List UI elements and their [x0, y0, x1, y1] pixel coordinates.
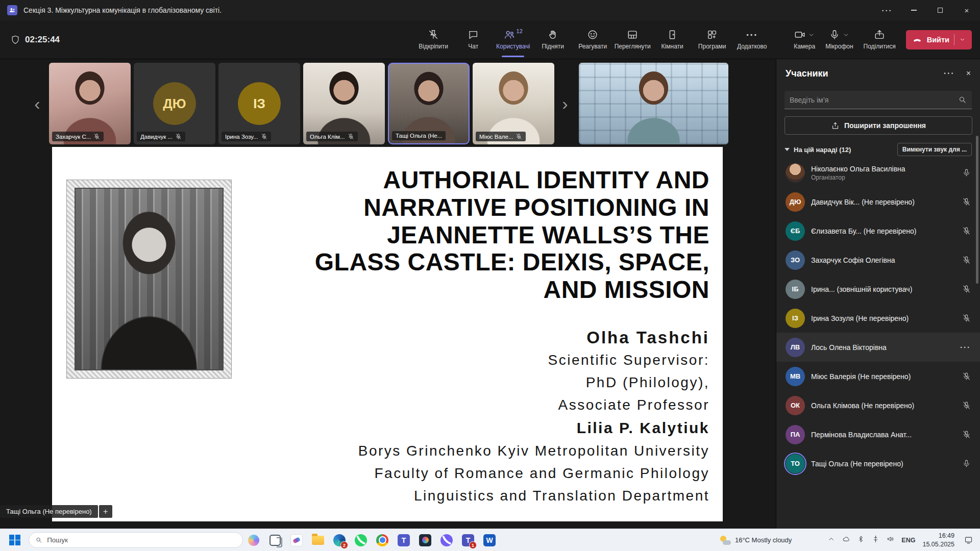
video-tile[interactable]: Захарчук С... [49, 63, 131, 144]
raise-hand-button[interactable]: Підняти [534, 23, 571, 56]
video-tile[interactable]: Ольга Клім... [303, 63, 385, 144]
share-invite-button[interactable]: Поширити запрошення [785, 116, 972, 135]
panel-more-icon[interactable]: ··· [944, 69, 955, 78]
leave-chevron-icon[interactable] [959, 36, 966, 43]
hidden-icons-chevron[interactable] [827, 535, 835, 545]
file-explorer-button[interactable] [307, 530, 329, 550]
participant-row[interactable]: ПА Пермінова Владислава Анат... [776, 420, 980, 449]
strip-prev-icon[interactable]: ‹ [30, 63, 45, 144]
apps-grid-icon [706, 29, 718, 40]
media-app-button[interactable] [414, 530, 436, 550]
participant-row[interactable]: ТО Тащі Ольга (Не перевірено) [776, 449, 980, 478]
participant-row[interactable]: ІБ Ірина... (зовнішній користувач) [776, 274, 980, 304]
people-count-badge: 12 [517, 28, 523, 34]
participant-row[interactable]: ЄБ Єлизавета Бу... (Не перевірено) [776, 216, 980, 245]
chrome-button[interactable] [372, 530, 393, 550]
participant-search[interactable] [785, 91, 972, 109]
mute-all-button[interactable]: Вимкнути звук для ... [897, 143, 972, 156]
camera-chevron-icon[interactable] [808, 32, 815, 38]
participant-more-icon[interactable]: ··· [960, 343, 971, 352]
taskbar-search-input[interactable] [47, 536, 236, 544]
leave-divider [954, 34, 954, 45]
mic-muted-icon [516, 133, 522, 140]
word-button[interactable]: W [479, 530, 500, 550]
mic-muted-icon[interactable] [962, 430, 971, 439]
avatar-tile[interactable]: ДЮ Давидчук ... [134, 63, 215, 144]
mic-muted-icon[interactable] [962, 256, 971, 264]
unpin-button[interactable]: Відкріпити [415, 23, 452, 56]
avatar: ДЮ [786, 192, 805, 212]
apps-button[interactable]: Програми [694, 23, 730, 56]
in-meeting-section[interactable]: На цій нараді (12) Вимкнути звук для ... [785, 143, 972, 156]
section-chevron-icon[interactable] [785, 148, 790, 151]
microphone-chevron-icon[interactable] [843, 32, 849, 38]
view-button[interactable]: Переглянути [614, 23, 651, 56]
spotlight-video-tile[interactable] [579, 63, 728, 144]
search-input[interactable] [790, 96, 958, 104]
bluetooth-icon[interactable] [857, 535, 865, 545]
react-button[interactable]: Реагувати [574, 23, 611, 56]
minimize-button[interactable] [900, 0, 927, 20]
participant-row[interactable]: Ніколаєнко Ольга Василівна Організатор [776, 158, 980, 187]
start-button[interactable] [5, 531, 24, 550]
teams-button[interactable]: T [393, 530, 414, 550]
participant-row[interactable]: ЛВ Лось Олена Вікторівна ··· [776, 333, 980, 362]
notification-center-icon[interactable] [962, 534, 975, 547]
camera-control[interactable]: Камера [794, 29, 815, 50]
whatsapp-button[interactable] [350, 530, 372, 550]
view-layout-icon [627, 29, 638, 40]
weather-widget[interactable]: 16°C Mostly cloudy [720, 536, 792, 545]
mic-muted-icon [175, 133, 182, 140]
mic-muted-icon[interactable] [962, 227, 971, 235]
chat-button[interactable]: Чат [455, 23, 492, 56]
window-more-icon[interactable]: ··· [874, 0, 900, 20]
people-button[interactable]: 12 Користувачі [495, 23, 531, 56]
mic-on-icon[interactable] [962, 168, 971, 177]
pin-presenter-button[interactable]: + [99, 505, 112, 518]
maximize-button[interactable] [927, 0, 953, 20]
video-tile[interactable]: Міюс Вале... [473, 63, 554, 144]
participant-row[interactable]: ЗО Захарчук Софія Олегівна [776, 245, 980, 274]
participants-panel: Учасники ··· × Поширити запрошення На ці… [776, 59, 980, 529]
teams-classic-button[interactable]: T 1 [457, 530, 479, 550]
shared-presentation-slide: AUTHORIAL IDENTITY AND NARRATIVE POSITIO… [52, 147, 723, 521]
share-control[interactable]: Поділитися [864, 29, 896, 50]
participant-row[interactable]: ІЗ Ірина Зозуля (Не перевірено) [776, 304, 980, 333]
active-speaker-tile[interactable]: Тащі Ольга (Не... [388, 63, 470, 144]
react-smiley-icon [587, 29, 598, 40]
participant-row[interactable]: ДЮ Давидчук Вік... (Не перевірено) [776, 187, 980, 216]
rooms-button[interactable]: Кімнати [654, 23, 691, 56]
onedrive-icon[interactable] [842, 535, 850, 545]
more-options-button[interactable]: ··· Додатково [733, 23, 770, 56]
strip-next-icon[interactable]: › [557, 63, 573, 144]
mic-muted-icon[interactable] [962, 401, 971, 410]
paint-app-button[interactable] [286, 530, 307, 550]
microphone-control[interactable]: Мікрофон [825, 29, 853, 50]
chat-icon [468, 29, 479, 40]
volume-icon[interactable] [887, 535, 894, 545]
participant-row[interactable]: ОК Ольга Клімова (Не перевірено) [776, 391, 980, 420]
language-indicator[interactable]: ENG [901, 537, 915, 544]
copilot-icon [248, 535, 259, 546]
mic-muted-icon[interactable] [962, 285, 971, 293]
task-view-button[interactable] [264, 530, 286, 550]
taskbar-search[interactable] [29, 532, 243, 548]
media-app-icon [419, 534, 431, 546]
edge-button[interactable]: 2 [329, 530, 350, 550]
mic-muted-icon[interactable] [962, 372, 971, 381]
mic-muted-icon[interactable] [962, 314, 971, 322]
mic-on-icon[interactable] [962, 459, 971, 468]
toolbar-buttons: Відкріпити Чат 12 Користувачі Підняти [415, 23, 770, 56]
usb-icon[interactable] [872, 535, 879, 545]
panel-close-icon[interactable]: × [966, 69, 971, 78]
taskbar-clock[interactable]: 16:49 15.05.2025 [922, 532, 954, 548]
panel-scrollbar[interactable] [976, 136, 978, 284]
viber-button[interactable] [436, 530, 457, 550]
mic-muted-icon[interactable] [962, 197, 971, 206]
microphone-icon [829, 29, 840, 40]
leave-button[interactable]: Вийти [906, 30, 972, 49]
copilot-button[interactable] [243, 530, 264, 550]
close-button[interactable]: × [953, 0, 980, 20]
participant-row[interactable]: МВ Міюс Валерія (Не перевірено) [776, 362, 980, 391]
avatar-tile[interactable]: ІЗ Ірина Зозу... [218, 63, 300, 144]
